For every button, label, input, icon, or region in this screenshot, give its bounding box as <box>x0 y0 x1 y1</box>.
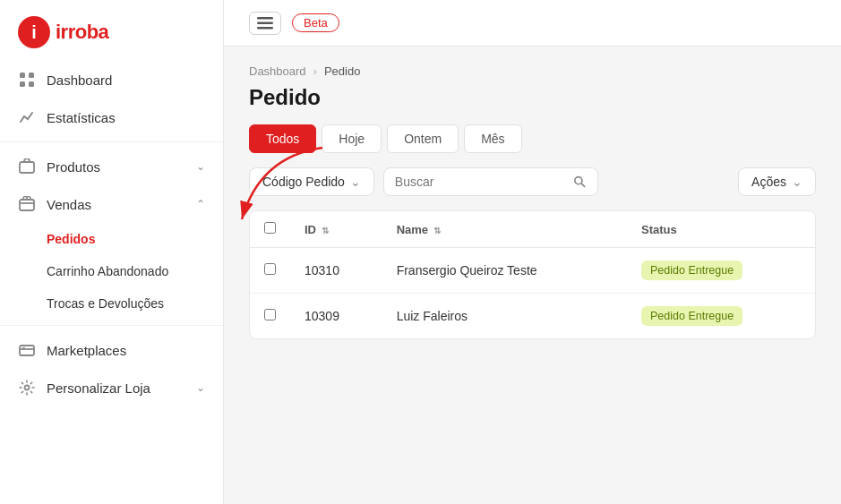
svg-line-16 <box>581 184 585 187</box>
actions-button[interactable]: Ações ⌄ <box>738 167 816 196</box>
main-wrapper: Beta Dashboard › Pedido Pedido Todos Hoj… <box>224 0 841 504</box>
filter-tabs: Todos Hoje Ontem Mês <box>249 124 816 153</box>
sales-icon <box>18 195 36 213</box>
products-icon <box>18 158 36 175</box>
svg-rect-14 <box>257 27 273 30</box>
row-id-1: 10310 <box>290 248 382 294</box>
produtos-chevron-icon: ⌄ <box>196 160 205 173</box>
actions-chevron-icon: ⌄ <box>792 175 802 189</box>
id-sort-icon: ⇅ <box>322 226 329 235</box>
sidebar-item-produtos[interactable]: Produtos ⌄ <box>0 148 223 185</box>
sidebar-item-dashboard[interactable]: Dashboard <box>0 61 223 98</box>
sidebar-item-estatisticas-label: Estatísticas <box>47 110 116 125</box>
search-input[interactable] <box>395 175 569 189</box>
main-content: Beta Dashboard › Pedido Pedido Todos Hoj… <box>224 0 841 504</box>
brand-name: irroba <box>56 21 108 44</box>
breadcrumb: Dashboard › Pedido <box>249 64 816 78</box>
page-title: Pedido <box>249 85 816 110</box>
row-checkbox-cell <box>250 248 290 294</box>
filter-bar: Código Pedido ⌄ Ações ⌄ <box>249 167 816 196</box>
row-id-2: 10309 <box>290 294 382 339</box>
status-badge-2: Pedido Entregue <box>641 306 742 326</box>
sidebar-item-trocas-label: Trocas e Devoluções <box>47 296 164 311</box>
svg-point-10 <box>25 386 30 390</box>
sidebar-item-vendas[interactable]: Vendas ⌃ <box>0 185 223 223</box>
row-status-1: Pedido Entregue <box>627 248 815 294</box>
beta-badge: Beta <box>292 13 339 32</box>
table-row: 10310 Fransergio Queiroz Teste Pedido En… <box>250 248 815 294</box>
menu-toggle-button[interactable] <box>249 12 281 35</box>
row-name-2: Luiz Faleiros <box>382 294 627 339</box>
tab-ontem[interactable]: Ontem <box>387 124 459 153</box>
hamburger-icon <box>257 17 273 30</box>
vendas-chevron-icon: ⌃ <box>196 198 205 210</box>
breadcrumb-pedido: Pedido <box>324 64 360 78</box>
sidebar-item-dashboard-label: Dashboard <box>47 73 112 88</box>
breadcrumb-dashboard[interactable]: Dashboard <box>249 64 306 78</box>
sidebar-item-personalizar[interactable]: Personalizar Loja ⌄ <box>0 369 223 406</box>
svg-rect-6 <box>20 162 34 173</box>
svg-rect-7 <box>20 200 34 210</box>
name-sort-icon: ⇅ <box>433 226 441 235</box>
sidebar-item-pedidos[interactable]: Pedidos <box>0 223 223 255</box>
code-select[interactable]: Código Pedido ⌄ <box>249 167 374 196</box>
sidebar-item-vendas-label: Vendas <box>47 197 91 212</box>
svg-rect-12 <box>257 17 273 20</box>
marketplaces-icon <box>18 341 36 359</box>
svg-rect-13 <box>257 21 273 24</box>
sidebar-item-carrinho-label: Carrinho Abandonado <box>47 264 168 278</box>
svg-rect-3 <box>29 73 34 78</box>
sidebar-item-produtos-label: Produtos <box>47 159 100 175</box>
topbar: Beta <box>224 0 841 47</box>
svg-rect-9 <box>22 347 25 348</box>
tab-hoje[interactable]: Hoje <box>322 124 382 153</box>
sidebar-item-estatisticas[interactable]: Estatísticas <box>0 98 223 136</box>
actions-label: Ações <box>751 175 786 189</box>
dashboard-icon <box>18 71 36 89</box>
col-id: ID ⇅ <box>290 211 382 248</box>
logo-icon: i <box>18 16 50 48</box>
content-area: Dashboard › Pedido Pedido Todos Hoje Ont… <box>224 47 841 504</box>
col-status: Status <box>627 211 815 248</box>
logo: i irroba <box>0 0 223 61</box>
orders-table: ID ⇅ Name ⇅ Status <box>249 210 816 339</box>
breadcrumb-sep: › <box>313 64 317 78</box>
sidebar-item-pedidos-label: Pedidos <box>47 232 95 246</box>
row-checkbox-1[interactable] <box>264 263 276 275</box>
svg-text:i: i <box>31 22 37 42</box>
sidebar-item-personalizar-label: Personalizar Loja <box>47 380 150 396</box>
table-header-row: ID ⇅ Name ⇅ Status <box>250 211 815 248</box>
sidebar-item-marketplaces-label: Marketplaces <box>47 343 126 358</box>
svg-rect-2 <box>20 73 25 78</box>
row-name-1: Fransergio Queiroz Teste <box>382 248 627 294</box>
status-badge-1: Pedido Entregue <box>641 261 742 280</box>
row-checkbox-2[interactable] <box>264 309 276 320</box>
code-select-label: Código Pedido <box>262 175 345 189</box>
stats-icon <box>18 108 36 126</box>
svg-rect-8 <box>20 346 34 355</box>
sidebar-item-carrinho[interactable]: Carrinho Abandonado <box>0 255 223 287</box>
code-select-chevron-icon: ⌄ <box>350 175 361 189</box>
personalizar-chevron-icon: ⌄ <box>196 381 205 394</box>
tab-mes[interactable]: Mês <box>464 124 521 153</box>
col-checkbox <box>250 211 290 248</box>
customize-icon <box>18 379 36 397</box>
svg-rect-5 <box>29 81 34 87</box>
row-status-2: Pedido Entregue <box>627 294 815 339</box>
row-checkbox-cell-2 <box>250 294 290 339</box>
sidebar: i irroba Dashboard Estatísticas Produtos… <box>0 0 224 504</box>
svg-rect-4 <box>20 81 25 87</box>
sidebar-item-trocas[interactable]: Trocas e Devoluções <box>0 287 223 320</box>
tab-todos[interactable]: Todos <box>249 124 316 153</box>
col-name: Name ⇅ <box>382 211 627 248</box>
select-all-checkbox[interactable] <box>264 222 276 234</box>
sidebar-item-marketplaces[interactable]: Marketplaces <box>0 331 223 369</box>
table-row: 10309 Luiz Faleiros Pedido Entregue <box>250 294 815 339</box>
search-box <box>383 167 598 196</box>
sidebar-nav: Dashboard Estatísticas Produtos ⌄ Vendas… <box>0 61 223 504</box>
search-icon <box>573 175 586 189</box>
